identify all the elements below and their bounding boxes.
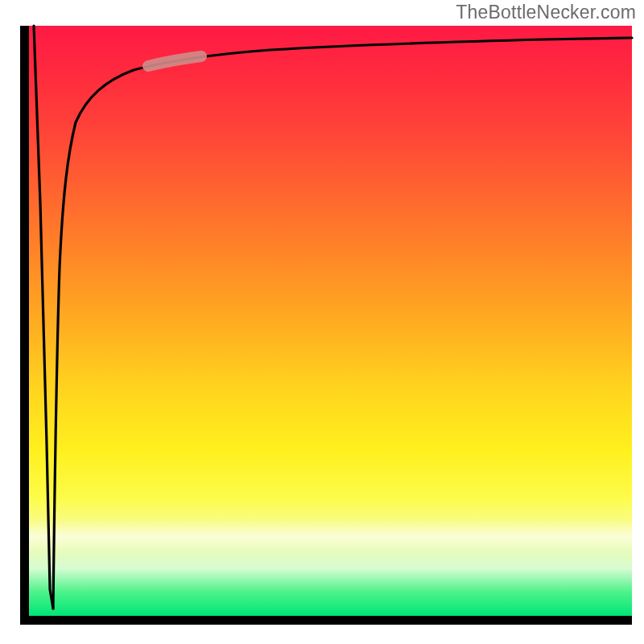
curve-layer bbox=[29, 26, 632, 616]
plot-area bbox=[20, 26, 632, 625]
drop-path bbox=[34, 26, 53, 609]
recovery-path bbox=[53, 38, 632, 609]
highlight-band bbox=[29, 520, 632, 554]
chart-container: TheBottleNecker.com bbox=[0, 0, 644, 644]
highlight-segment bbox=[148, 56, 201, 66]
attribution-text: TheBottleNecker.com bbox=[456, 2, 636, 23]
